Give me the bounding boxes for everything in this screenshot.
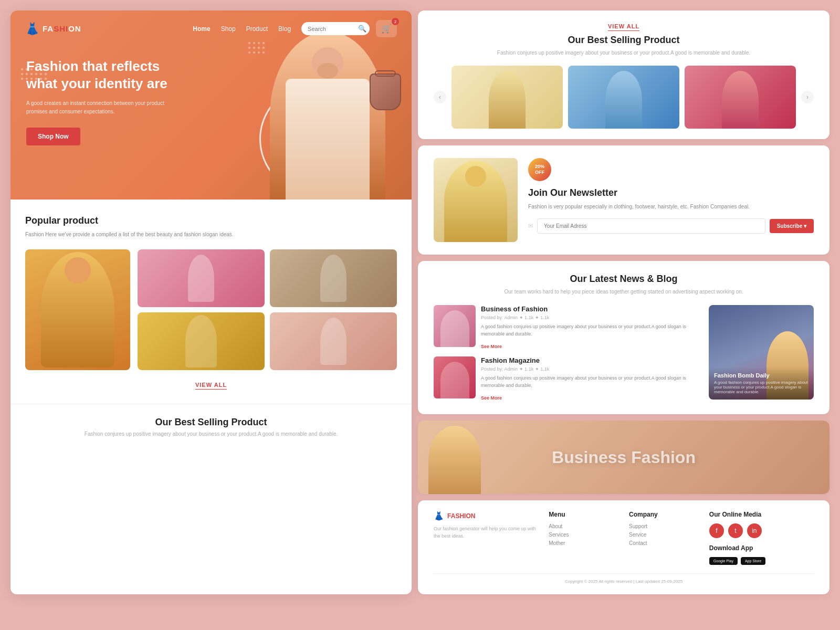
best-selling-bottom-title: Our Best Selling Product bbox=[25, 417, 397, 428]
footer-link-contact[interactable]: Contact bbox=[629, 540, 699, 546]
featured-desc: A good fashion conjures up positive imag… bbox=[714, 380, 808, 394]
footer-menu: Menu About Services Mother bbox=[549, 511, 618, 565]
hero-dots-right bbox=[248, 42, 265, 54]
best-selling-desc: Fashion conjures up positive imagery abo… bbox=[434, 49, 814, 57]
see-more-1[interactable]: See More bbox=[481, 344, 502, 349]
carousel-items bbox=[452, 66, 796, 129]
facebook-icon[interactable]: f bbox=[709, 523, 724, 538]
news-meta-2: Posted by: Admin ✦ 1.1k ✦ 1.1k bbox=[481, 366, 702, 372]
twitter-icon[interactable]: t bbox=[728, 523, 743, 538]
best-selling-bottom-desc: Fashion conjures up positive imagery abo… bbox=[25, 431, 397, 437]
latest-news-card: Our Latest News & Blog Our team works ha… bbox=[418, 261, 830, 414]
news-excerpt-1: A good fashion conjures up positive imag… bbox=[481, 323, 702, 338]
news-content-1: Business of Fashion Posted by: Admin ✦ 1… bbox=[481, 305, 702, 350]
popular-products-section: Popular product Fashion Here we've provi… bbox=[10, 200, 412, 404]
footer-grid: 👗 FASHION Our fashion generator will hel… bbox=[434, 511, 814, 565]
app-title: Download App bbox=[709, 544, 814, 552]
carousel-next[interactable]: › bbox=[801, 91, 814, 103]
product-carousel: ‹ › bbox=[434, 66, 814, 129]
footer-link-about[interactable]: About bbox=[549, 523, 618, 529]
news-featured[interactable]: Fashion Bomb Daily A good fashion conjur… bbox=[709, 305, 814, 400]
hero-subtitle: A good creates an instant connection bet… bbox=[26, 99, 184, 116]
app-badges: Google Play App Store bbox=[709, 557, 814, 565]
products-grid bbox=[25, 249, 397, 370]
product-card-3[interactable] bbox=[138, 312, 265, 370]
popular-desc: Fashion Here we've provide a compiled a … bbox=[25, 230, 397, 239]
app-store-badge[interactable]: App Store bbox=[741, 557, 765, 565]
footer-menu-title: Menu bbox=[549, 511, 618, 518]
google-play-badge[interactable]: Google Play bbox=[709, 557, 738, 565]
nav-blog[interactable]: Blog bbox=[278, 25, 291, 33]
newsletter-content: 20% OFF Join Our Newsletter Fashion is v… bbox=[528, 158, 814, 234]
newsletter-title: Join Our Newsletter bbox=[528, 187, 814, 198]
news-image-2 bbox=[434, 356, 476, 398]
footer-brand: 👗 FASHION Our fashion generator will hel… bbox=[434, 511, 538, 565]
hero-section: 👗 FASHION Home Shop Product Blog 🔍 🛒 2 bbox=[10, 10, 412, 200]
footer-link-mother[interactable]: Mother bbox=[549, 540, 618, 546]
carousel-item-2[interactable] bbox=[568, 66, 679, 129]
search-icon: 🔍 bbox=[358, 25, 366, 33]
main-nav: 👗 FASHION Home Shop Product Blog 🔍 🛒 2 bbox=[10, 10, 412, 37]
hero-content: Fashion that reflects what your identity… bbox=[26, 58, 184, 145]
social-icons: f t in bbox=[709, 523, 814, 538]
view-all-link[interactable]: VIEW ALL bbox=[195, 382, 227, 390]
view-all-top-link[interactable]: VIEW ALL bbox=[608, 23, 639, 31]
shop-now-button[interactable]: Shop Now bbox=[26, 128, 80, 145]
latest-news-section: Our Latest News & Blog Our team works ha… bbox=[418, 261, 830, 414]
subscribe-button[interactable]: Subscribe ▾ bbox=[770, 219, 814, 233]
news-item-2: Fashion Magazine Posted by: Admin ✦ 1.1k… bbox=[434, 356, 702, 402]
news-grid: Business of Fashion Posted by: Admin ✦ 1… bbox=[434, 305, 814, 402]
discount-badge: 20% OFF bbox=[528, 158, 551, 181]
product-card-1[interactable] bbox=[138, 249, 265, 307]
products-sub-grid bbox=[138, 249, 397, 370]
carousel-prev[interactable]: ‹ bbox=[434, 91, 446, 103]
footer-link-support[interactable]: Support bbox=[629, 523, 699, 529]
business-fashion-text: Business Fashion bbox=[552, 448, 696, 467]
left-panel: 👗 FASHION Home Shop Product Blog 🔍 🛒 2 bbox=[10, 10, 412, 594]
nav-shop[interactable]: Shop bbox=[221, 25, 236, 33]
social-title: Our Online Media bbox=[709, 511, 814, 518]
hero-model-figure bbox=[270, 32, 385, 200]
best-selling-title: Our Best Selling Product bbox=[434, 35, 814, 46]
footer-link-services[interactable]: Services bbox=[549, 532, 618, 538]
footer-link-service[interactable]: Service bbox=[629, 532, 699, 538]
news-meta-1: Posted by: Admin ✦ 1.1k ✦ 1.1k bbox=[481, 315, 702, 320]
newsletter-card: 20% OFF Join Our Newsletter Fashion is v… bbox=[418, 145, 830, 255]
newsletter-image bbox=[434, 158, 518, 242]
nav-links: Home Shop Product Blog bbox=[193, 25, 291, 33]
right-panel: VIEW ALL Our Best Selling Product Fashio… bbox=[418, 10, 830, 594]
footer-logo-icon: 👗 bbox=[434, 511, 444, 521]
search-bar: 🔍 bbox=[301, 22, 370, 35]
cart-button[interactable]: 🛒 2 bbox=[376, 20, 397, 37]
product-main-image bbox=[25, 249, 130, 370]
logo-text: FASHION bbox=[43, 24, 81, 33]
carousel-item-1[interactable] bbox=[452, 66, 563, 129]
latest-news-title: Our Latest News & Blog bbox=[434, 274, 814, 285]
newsletter-form: ✉ Subscribe ▾ bbox=[528, 218, 814, 234]
nav-product[interactable]: Product bbox=[246, 25, 268, 33]
hero-title: Fashion that reflects what your identity… bbox=[26, 58, 184, 92]
latest-news-desc: Our team works hard to help you piece id… bbox=[434, 288, 814, 296]
business-fashion-banner: Business Fashion bbox=[418, 421, 830, 494]
product-card-2[interactable] bbox=[270, 249, 397, 307]
footer-brand-desc: Our fashion generator will help you come… bbox=[434, 525, 538, 540]
best-selling-bottom: Our Best Selling Product Fashion conjure… bbox=[10, 404, 412, 447]
carousel-item-3[interactable] bbox=[685, 66, 796, 129]
footer-copyright: Copyright © 2025 All rights reserved | L… bbox=[434, 573, 814, 584]
email-input[interactable] bbox=[537, 218, 765, 234]
footer-social: Our Online Media f t in Download App Goo… bbox=[709, 511, 814, 565]
product-card-4[interactable] bbox=[270, 312, 397, 370]
instagram-icon[interactable]: in bbox=[747, 523, 762, 538]
footer-company: Company Support Service Contact bbox=[629, 511, 699, 565]
nav-home[interactable]: Home bbox=[193, 25, 210, 33]
hero-bag-decoration bbox=[370, 74, 401, 110]
logo-icon: 👗 bbox=[25, 22, 39, 36]
featured-title: Fashion Bomb Daily bbox=[714, 372, 808, 379]
search-input[interactable] bbox=[308, 26, 355, 32]
news-content-2: Fashion Magazine Posted by: Admin ✦ 1.1k… bbox=[481, 356, 702, 402]
footer-company-title: Company bbox=[629, 511, 699, 518]
news-item-1: Business of Fashion Posted by: Admin ✦ 1… bbox=[434, 305, 702, 350]
news-image-1 bbox=[434, 305, 476, 347]
news-title-1: Business of Fashion bbox=[481, 305, 702, 313]
see-more-2[interactable]: See More bbox=[481, 395, 502, 401]
